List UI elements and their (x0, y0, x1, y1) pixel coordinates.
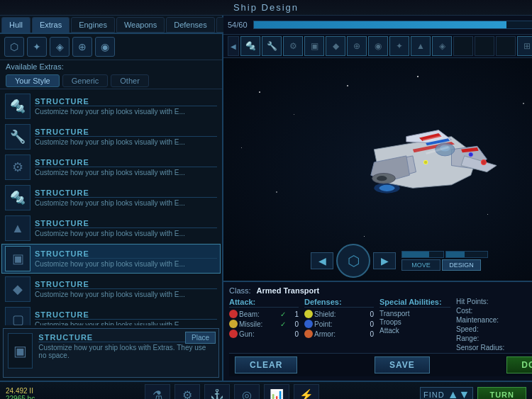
stat-beam-row: Beam: ✓ 1 (229, 310, 299, 318)
preview-desc: Customize how your ship looks with Extra… (38, 344, 214, 359)
list-item[interactable]: ⚙ STRUCTURE Customize how your ship look… (1, 152, 221, 182)
find-chevron-icon[interactable]: ▲▼ (448, 388, 470, 399)
module-slots-row: ◀ 🔩 🔧 ⚙ ▣ ◆ ⊕ ◉ ✦ ▲ ◈ ⊞ ⬡ ▶ (223, 35, 532, 58)
nav-left[interactable]: ◀ (311, 252, 333, 269)
item-icon-0: 🔩 (5, 94, 31, 119)
module-slot[interactable]: ⚙ (283, 36, 303, 56)
bottom-icon-6[interactable]: ⚡ (294, 384, 319, 399)
module-slot[interactable]: ✦ (389, 36, 409, 56)
extras-icons-row: ⬡ ✦ ◈ ⊕ ◉ (0, 34, 222, 60)
stat-sensor-row: Sensor Radius: 3 pc (456, 344, 532, 352)
extras-icon-1[interactable]: ⬡ (4, 37, 24, 57)
extras-icon-5[interactable]: ◉ (95, 37, 115, 57)
module-slot[interactable] (496, 36, 516, 56)
extras-icon-4[interactable]: ⊕ (72, 37, 92, 57)
missile-val: 0 (287, 320, 299, 328)
bottom-icon-3[interactable]: ⚓ (204, 384, 230, 399)
turn-button[interactable]: TURN (477, 387, 526, 399)
module-slot[interactable]: ⊞ (517, 36, 532, 56)
tab-hull[interactable]: Hull (1, 17, 31, 33)
module-slot[interactable]: ▣ (304, 36, 324, 56)
subtab-generic[interactable]: Generic (62, 74, 109, 87)
list-item[interactable]: ▲ STRUCTURE Customize how your ship look… (1, 213, 221, 243)
tab-weapons[interactable]: Weapons (116, 17, 165, 33)
module-slot[interactable]: ⊕ (347, 36, 367, 56)
extras-icon-3[interactable]: ◈ (50, 37, 70, 57)
shield-val: 0 (362, 310, 374, 318)
module-slot[interactable]: 🔩 (240, 36, 260, 56)
attack-title: Attack: (229, 298, 299, 308)
design-button[interactable]: DESIGN (442, 259, 481, 271)
module-slot[interactable]: ▲ (411, 36, 431, 56)
main-layout: Hull Extras Engines Weapons Defenses Mod… (0, 16, 532, 381)
maintenance-label: Maintenance: (456, 316, 499, 324)
tab-extras[interactable]: Extras (32, 17, 70, 33)
item-desc-3: Customize how your ship looks visually w… (35, 199, 217, 207)
item-desc-0: Customize how your ship looks visually w… (35, 108, 217, 116)
cost-label: Cost: (456, 307, 472, 315)
done-button[interactable]: DONE (506, 356, 532, 373)
save-button[interactable]: SAVE (375, 356, 430, 373)
slots-nav-left[interactable]: ◀ (228, 36, 239, 56)
left-panel: Hull Extras Engines Weapons Defenses Mod… (0, 16, 223, 381)
svg-point-3 (377, 176, 387, 181)
bottom-icon-4[interactable]: ◎ (234, 384, 260, 399)
nav-right[interactable]: ▶ (373, 252, 396, 269)
armor-icon (304, 330, 313, 338)
missile-label: Missile: (239, 320, 279, 328)
item-icon-3: 🔩 (5, 185, 31, 210)
bottom-icon-1[interactable]: ⚗ (145, 384, 170, 399)
item-title-1: STRUCTURE (35, 128, 217, 137)
list-item[interactable]: 🔧 STRUCTURE Customize how your ship look… (1, 122, 221, 152)
module-slot[interactable]: ◈ (432, 36, 452, 56)
stat-maintenance-row: Maintenance: 5 bc (456, 316, 532, 324)
bottom-icon-2[interactable]: ⚙ (174, 384, 200, 399)
clear-button[interactable]: CLEAR (235, 356, 297, 373)
right-stats-column: Hit Points: 1 hp Cost: 169 bc Maintenanc… (456, 298, 532, 353)
subtab-other[interactable]: Other (111, 74, 149, 87)
stat-cost-row: Cost: 169 bc (456, 307, 532, 315)
page-title: Ship Design (233, 2, 299, 13)
speed-label: Speed: (456, 325, 479, 333)
resource-1: 24.492 II (6, 387, 35, 395)
ship-view: ◀ ⬡ ▶ MOVE DESIGN (223, 58, 532, 281)
place-button[interactable]: Place (185, 332, 216, 344)
tab-engines[interactable]: Engines (71, 17, 115, 33)
item-icon-7: ▢ (5, 307, 31, 325)
item-desc-1: Customize how your ship looks visually w… (35, 138, 217, 146)
bottom-right: FIND ▲▼ TURN (420, 387, 526, 399)
stats-grid: Attack: Beam: ✓ 1 Missile: ✓ 0 (229, 298, 532, 353)
item-icon-5: ▣ (5, 246, 31, 271)
beam-icon (229, 310, 238, 318)
point-val: 0 (362, 320, 374, 328)
right-panel: 54/60 ✕ ⊞ ◀ 🔩 🔧 ⚙ ▣ ◆ ⊕ ◉ ✦ ▲ ◈ ⊞ (223, 16, 532, 381)
special-item-1: Troops (379, 318, 450, 326)
nav-center[interactable]: ⬡ (336, 244, 370, 278)
tab-defenses[interactable]: Defenses (166, 17, 214, 33)
class-label: Class: (229, 286, 251, 295)
top-tabs: Hull Extras Engines Weapons Defenses Mod… (0, 16, 222, 34)
stat-missile-row: Missile: ✓ 0 (229, 320, 299, 328)
list-item[interactable]: ▢ STRUCTURE Customize how your ship look… (1, 305, 221, 325)
svg-point-7 (469, 152, 472, 156)
extras-icon-2[interactable]: ✦ (27, 37, 47, 57)
list-item[interactable]: 🔩 STRUCTURE Customize how your ship look… (1, 91, 221, 121)
items-list[interactable]: 🔩 STRUCTURE Customize how your ship look… (0, 89, 222, 325)
preview-icon: ▣ (8, 333, 33, 369)
ship-display (320, 91, 519, 233)
move-button[interactable]: MOVE (401, 259, 440, 271)
subtab-your-style[interactable]: Your Style (6, 74, 60, 87)
hitpoints-label: Hit Points: (456, 298, 489, 305)
module-slot[interactable]: ◆ (326, 36, 345, 56)
bottom-icon-5[interactable]: 📊 (264, 384, 289, 399)
item-desc-4: Customize how your ship looks visually w… (35, 230, 217, 237)
class-row: Class: Armed Transport (229, 286, 532, 295)
module-slot[interactable]: ◉ (368, 36, 388, 56)
list-item[interactable]: 🔩 STRUCTURE Customize how your ship look… (1, 183, 221, 213)
list-item[interactable]: ◆ STRUCTURE Customize how your ship look… (1, 274, 221, 304)
module-slot[interactable] (475, 36, 494, 56)
point-label: Point: (314, 320, 361, 328)
list-item-selected[interactable]: ▣ STRUCTURE Customize how your ship look… (1, 244, 221, 274)
module-slot[interactable] (453, 36, 473, 56)
module-slot[interactable]: 🔧 (262, 36, 282, 56)
